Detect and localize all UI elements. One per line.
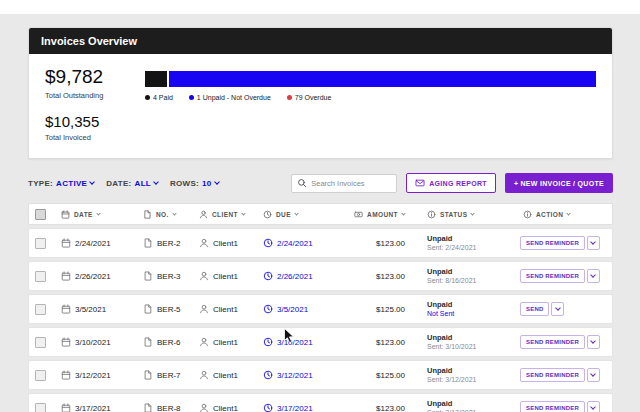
column-header-client[interactable]: CLIENT bbox=[193, 210, 257, 219]
send-reminder-button[interactable]: SEND REMINDER bbox=[520, 269, 585, 283]
row-checkbox[interactable] bbox=[35, 403, 46, 412]
invoice-number: BER-2 bbox=[157, 239, 181, 248]
sort-icon bbox=[241, 211, 245, 215]
new-invoice-button[interactable]: + NEW INVOICE / QUOTE bbox=[505, 173, 613, 193]
column-header-no[interactable]: NO. bbox=[137, 210, 193, 219]
action-dropdown-button[interactable] bbox=[587, 401, 600, 412]
file-icon bbox=[143, 238, 153, 248]
column-header-due[interactable]: DUE bbox=[257, 210, 345, 219]
calendar-icon bbox=[61, 210, 70, 219]
sort-icon bbox=[294, 211, 298, 215]
status-main: Unpaid bbox=[427, 300, 452, 309]
legend-dot bbox=[145, 95, 150, 100]
status-main: Unpaid bbox=[427, 267, 452, 276]
row-checkbox[interactable] bbox=[35, 238, 46, 249]
action-dropdown-button[interactable] bbox=[551, 302, 564, 316]
file-icon bbox=[143, 370, 153, 380]
send-reminder-button[interactable]: SEND REMINDER bbox=[520, 335, 585, 349]
column-header-status[interactable]: STATUS bbox=[421, 210, 517, 219]
clock-icon bbox=[263, 403, 273, 412]
due-date: 2/26/2021 bbox=[277, 272, 313, 281]
table-row: 3/12/2021 BER-7 Client1 3/12/2021 $125.0… bbox=[28, 360, 613, 390]
action-dropdown-button[interactable] bbox=[587, 236, 600, 250]
file-icon bbox=[143, 304, 153, 314]
due-date-link[interactable]: 3/5/2021 bbox=[257, 304, 345, 314]
client-name: Client1 bbox=[213, 404, 238, 412]
row-checkbox[interactable] bbox=[35, 337, 46, 348]
person-icon bbox=[199, 370, 209, 380]
chevron-down-icon bbox=[555, 305, 561, 311]
info-icon bbox=[523, 210, 532, 219]
due-date-link[interactable]: 3/12/2021 bbox=[257, 370, 345, 380]
person-icon bbox=[199, 238, 209, 248]
person-icon bbox=[199, 403, 209, 412]
action-dropdown-button[interactable] bbox=[587, 335, 600, 349]
chevron-down-icon bbox=[153, 179, 159, 185]
chevron-down-icon bbox=[591, 239, 597, 245]
row-checkbox[interactable] bbox=[35, 370, 46, 381]
due-date-link[interactable]: 3/17/2021 bbox=[257, 403, 345, 412]
status-main: Unpaid bbox=[427, 399, 452, 408]
select-all-checkbox[interactable] bbox=[35, 209, 46, 220]
legend-dot bbox=[189, 95, 194, 100]
legend-item: 1 Unpaid - Not Overdue bbox=[189, 94, 271, 101]
due-date: 3/10/2021 bbox=[277, 338, 313, 347]
filter-bar: TYPE: ACTIVE DATE: ALL ROWS: 10 AGING RE… bbox=[28, 173, 613, 193]
total-outstanding-value: $9,782 bbox=[45, 66, 145, 88]
aging-report-button[interactable]: AGING REPORT bbox=[406, 173, 496, 193]
rows-filter[interactable]: ROWS: 10 bbox=[170, 179, 219, 188]
table-row: 3/5/2021 BER-5 Client1 3/5/2021 $125.00 … bbox=[28, 294, 613, 324]
due-date-link[interactable]: 3/10/2021 bbox=[257, 337, 345, 347]
envelope-icon bbox=[415, 178, 425, 188]
status-legend: 4 Paid 1 Unpaid - Not Overdue 79 Overdue bbox=[145, 94, 596, 101]
date-filter-value: ALL bbox=[135, 179, 151, 188]
chevron-down-icon bbox=[591, 338, 597, 344]
search-input[interactable] bbox=[311, 179, 391, 188]
summary-metrics: $9,782 Total Outstanding $10,355 Total I… bbox=[45, 66, 145, 142]
search-icon bbox=[297, 178, 307, 188]
invoice-number: BER-3 bbox=[157, 272, 181, 281]
action-dropdown-button[interactable] bbox=[587, 269, 600, 283]
column-header-date[interactable]: DATE bbox=[55, 210, 137, 219]
file-icon bbox=[143, 271, 153, 281]
due-date-link[interactable]: 2/26/2021 bbox=[257, 271, 345, 281]
total-outstanding-label: Total Outstanding bbox=[45, 91, 145, 100]
clock-icon bbox=[263, 304, 273, 314]
aging-bar bbox=[145, 71, 596, 87]
column-header-action[interactable]: ACTION bbox=[517, 210, 612, 219]
invoice-date: 2/24/2021 bbox=[75, 239, 111, 248]
chevron-down-icon bbox=[591, 272, 597, 278]
client-name: Client1 bbox=[213, 305, 238, 314]
file-icon bbox=[143, 210, 152, 219]
status-main: Unpaid bbox=[427, 234, 452, 243]
calendar-icon bbox=[61, 304, 71, 314]
send-reminder-button[interactable]: SEND REMINDER bbox=[520, 368, 585, 382]
send-reminder-button[interactable]: SEND REMINDER bbox=[520, 236, 585, 250]
total-invoiced-label: Total Invoiced bbox=[45, 133, 145, 142]
row-checkbox[interactable] bbox=[35, 304, 46, 315]
row-checkbox[interactable] bbox=[35, 271, 46, 282]
date-filter[interactable]: DATE: ALL bbox=[106, 179, 158, 188]
invoice-amount: $123.00 bbox=[376, 239, 405, 248]
status-sub: Sent: 3/10/2021 bbox=[427, 343, 476, 351]
aging-report-label: AGING REPORT bbox=[429, 180, 487, 187]
column-header-amount[interactable]: AMOUNT bbox=[345, 210, 421, 219]
send-reminder-button[interactable]: SEND REMINDER bbox=[520, 401, 585, 412]
file-icon bbox=[143, 337, 153, 347]
workspace: Invoices Overview $9,782 Total Outstandi… bbox=[0, 14, 640, 412]
due-date: 3/12/2021 bbox=[277, 371, 313, 380]
invoice-amount: $125.00 bbox=[376, 371, 405, 380]
total-invoiced-value: $10,355 bbox=[45, 113, 145, 130]
invoice-date: 3/12/2021 bbox=[75, 371, 111, 380]
calendar-icon bbox=[61, 271, 71, 281]
bar-segment-overdue bbox=[169, 71, 596, 87]
sort-icon bbox=[567, 211, 571, 215]
send-reminder-button[interactable]: SEND bbox=[520, 302, 549, 316]
status-sub: Sent: 2/24/2021 bbox=[427, 244, 476, 252]
invoice-amount: $123.00 bbox=[376, 338, 405, 347]
due-date-link[interactable]: 2/24/2021 bbox=[257, 238, 345, 248]
action-dropdown-button[interactable] bbox=[587, 368, 600, 382]
type-filter[interactable]: TYPE: ACTIVE bbox=[28, 179, 94, 188]
status-sub: Not Sent bbox=[427, 310, 454, 318]
legend-dot bbox=[287, 95, 292, 100]
